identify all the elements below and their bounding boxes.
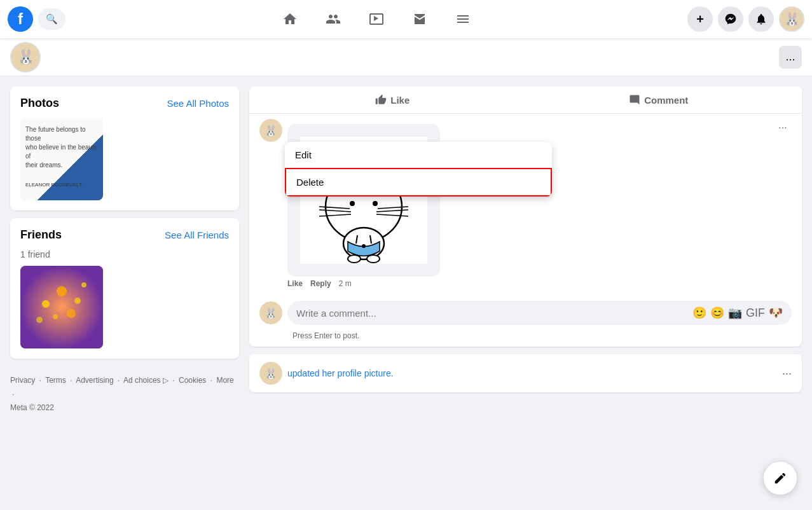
svg-point-4 <box>53 314 58 319</box>
write-comment-avatar: 🐰 <box>259 301 282 324</box>
profile-update-post: 🐰 updated her profile picture. ··· <box>249 354 802 392</box>
search-icon: 🔍 <box>46 13 58 25</box>
nav-watch-button[interactable] <box>361 4 392 34</box>
photos-card: Photos See All Photos The future belongs… <box>10 86 239 210</box>
profile-update-text: updated her profile picture. <box>287 368 394 378</box>
svg-point-25 <box>348 255 361 263</box>
write-comment-row: 🐰 🙂 😊 📷 GIF 🐶 <box>259 296 792 330</box>
friends-card: Friends See All Friends 1 friend <box>10 218 239 359</box>
camera-icon[interactable]: 📷 <box>728 306 742 320</box>
user-avatar[interactable]: 🐰 <box>779 6 804 32</box>
gif-icon[interactable]: GIF <box>746 307 765 320</box>
footer-terms[interactable]: Terms <box>45 376 66 385</box>
svg-rect-0 <box>20 266 103 348</box>
topnav-left: f 🔍 <box>8 6 65 32</box>
messenger-button[interactable] <box>718 6 743 32</box>
footer: Privacy · Terms · Advertising · Ad choic… <box>10 366 239 423</box>
photo-thumbnail[interactable]: The future belongs to those who believe … <box>20 118 103 200</box>
comment-input[interactable] <box>296 308 692 319</box>
press-enter-hint: Press Enter to post. <box>259 330 792 341</box>
profile-update-avatar[interactable]: 🐰 <box>259 362 282 385</box>
photo-quote: The future belongs to those who believe … <box>25 125 98 188</box>
footer-advertising[interactable]: Advertising <box>76 376 113 385</box>
footer-cookies[interactable]: Cookies <box>179 376 206 385</box>
create-button[interactable]: + <box>687 6 713 32</box>
nav-menu-button[interactable] <box>448 4 478 34</box>
comment-content: Edit Delete <box>287 119 769 291</box>
main-layout: Photos See All Photos The future belongs… <box>0 76 812 433</box>
svg-point-1 <box>42 300 50 308</box>
svg-point-6 <box>36 317 43 323</box>
profile-bar: 🐰 ... <box>0 38 812 76</box>
comment-section: 🐰 Edit Delete <box>249 114 802 347</box>
comment-row: 🐰 Edit Delete <box>259 119 792 291</box>
svg-point-7 <box>81 282 86 287</box>
edit-menu-item[interactable]: Edit <box>285 142 552 168</box>
comment-emoji-icons: 🙂 😊 📷 GIF 🐶 <box>692 306 783 320</box>
svg-point-26 <box>367 255 380 263</box>
nav-friends-button[interactable] <box>318 4 348 34</box>
avatar-icon[interactable]: 🐶 <box>769 306 783 320</box>
comment-reply-button[interactable]: Reply <box>310 279 331 288</box>
topnav-center <box>65 4 687 34</box>
comment-avatar[interactable]: 🐰 <box>259 119 282 142</box>
compose-fab-button[interactable] <box>764 462 797 495</box>
comment-options-button[interactable]: ··· <box>774 119 792 137</box>
comment-time: 2 m <box>339 279 352 288</box>
photos-card-title: Photos <box>20 97 59 110</box>
post-actions-bar: Like Comment <box>249 86 802 114</box>
friends-card-title: Friends <box>20 228 62 242</box>
topnav-right: + 🐰 <box>687 6 804 32</box>
svg-point-13 <box>350 201 355 206</box>
comment-like-button[interactable]: Like <box>287 279 303 288</box>
see-all-friends-link[interactable]: See All Friends <box>165 230 229 240</box>
search-box[interactable]: 🔍 <box>38 8 65 30</box>
footer-adchoices[interactable]: Ad choices ▷ <box>123 376 169 385</box>
svg-point-24 <box>362 244 366 248</box>
profile-options-button[interactable]: ... <box>779 46 802 69</box>
profile-bar-avatar[interactable]: 🐰 <box>10 42 41 72</box>
emoji-icon[interactable]: 😊 <box>710 306 724 320</box>
like-action-button[interactable]: Like <box>259 89 526 111</box>
photo-thumb-inner: The future belongs to those who believe … <box>20 118 103 200</box>
post-card: Like Comment 🐰 Edit Delete <box>249 86 802 347</box>
photos-card-header: Photos See All Photos <box>20 97 229 110</box>
svg-point-14 <box>373 201 378 206</box>
svg-point-3 <box>74 298 81 304</box>
profile-update-options-button[interactable]: ··· <box>782 367 792 380</box>
see-all-photos-link[interactable]: See All Photos <box>167 98 229 109</box>
feed-area: Like Comment 🐰 Edit Delete <box>249 86 802 423</box>
notifications-button[interactable] <box>748 6 774 32</box>
profile-update-row: 🐰 updated her profile picture. ··· <box>259 362 792 385</box>
svg-point-5 <box>67 309 76 318</box>
facebook-logo[interactable]: f <box>8 6 33 32</box>
comment-action-button[interactable]: Comment <box>526 89 792 111</box>
footer-privacy[interactable]: Privacy <box>10 376 35 385</box>
friends-card-header: Friends See All Friends <box>20 228 229 242</box>
top-navigation: f 🔍 + 🐰 <box>0 0 812 38</box>
footer-copyright: Meta © 2022 <box>10 403 54 412</box>
delete-menu-item[interactable]: Delete <box>285 168 552 196</box>
nav-home-button[interactable] <box>275 4 305 34</box>
left-sidebar: Photos See All Photos The future belongs… <box>10 86 239 423</box>
friends-count: 1 friend <box>20 249 229 259</box>
friend-thumbnail[interactable] <box>20 266 103 348</box>
footer-more[interactable]: More <box>216 376 233 385</box>
comment-input-wrap[interactable]: 🙂 😊 📷 GIF 🐶 <box>287 301 792 325</box>
sticker-icon[interactable]: 🙂 <box>692 306 706 320</box>
nav-marketplace-button[interactable] <box>404 4 435 34</box>
comment-label: Comment <box>644 95 688 106</box>
like-label: Like <box>390 95 409 106</box>
svg-point-2 <box>57 286 67 296</box>
context-menu: Edit Delete <box>285 142 552 196</box>
comment-meta: Like Reply 2 m <box>287 277 769 291</box>
